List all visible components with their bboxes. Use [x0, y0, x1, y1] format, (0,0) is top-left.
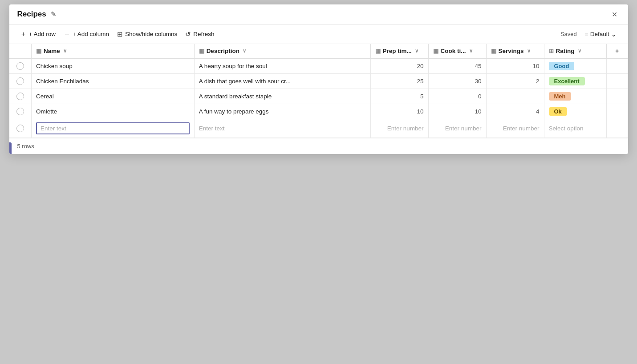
recipes-table: ▦ Name ∨ ▦ Description ∨	[9, 44, 628, 138]
cell-extra	[606, 58, 628, 74]
table-row: Omlette A fun way to prepare eggs 10 10 …	[9, 104, 628, 119]
cell-servings: 10	[486, 58, 544, 74]
cell-cook-time: 10	[428, 104, 486, 119]
row-checkbox-cell	[9, 104, 32, 119]
col-label-servings: Servings	[499, 48, 524, 54]
sort-icon-description: ∨	[243, 48, 246, 54]
cell-rating: Ok	[544, 104, 606, 119]
cell-name: Chicken Enchiladas	[32, 74, 195, 89]
rows-count: 5 rows	[17, 143, 34, 150]
new-row-servings-cell: Enter number	[486, 119, 544, 138]
col-description[interactable]: ▦ Description ∨	[194, 44, 370, 58]
cell-prep-time: 25	[370, 74, 428, 89]
show-hide-label: Show/hide columns	[125, 31, 177, 37]
cell-cook-time: 30	[428, 74, 486, 89]
default-view-button[interactable]: ≡ Default ⌄	[581, 29, 620, 39]
cell-servings	[486, 89, 544, 104]
add-column-header[interactable]: +	[606, 44, 628, 58]
new-row-servings-placeholder: Enter number	[503, 125, 540, 132]
new-row-rating-cell: Select option	[544, 119, 606, 138]
refresh-button[interactable]: ↺ Refresh	[183, 28, 219, 40]
saved-label: Saved	[560, 31, 577, 37]
cell-servings: 4	[486, 104, 544, 119]
col-label-rating: Rating	[556, 48, 575, 54]
table-row: Cereal A standard breakfast staple 5 0 M…	[9, 89, 628, 104]
cell-extra	[606, 89, 628, 104]
add-row-label: + Add row	[29, 31, 56, 37]
col-icon-cook: ▦	[433, 48, 438, 54]
row-checkbox[interactable]	[16, 62, 24, 70]
cell-prep-time: 10	[370, 104, 428, 119]
new-row-prep-cell: Enter number	[370, 119, 428, 138]
cell-name: Cereal	[32, 89, 195, 104]
rating-badge: Good	[549, 62, 575, 70]
show-hide-button[interactable]: ⊞ Show/hide columns	[114, 28, 183, 40]
new-row-checkbox[interactable]	[16, 125, 24, 132]
cell-name: Chicken soup	[32, 58, 195, 74]
col-rating[interactable]: ⊞ Rating ∨	[544, 44, 606, 58]
rating-badge: Excellent	[549, 77, 585, 85]
cell-prep-time: 5	[370, 89, 428, 104]
col-name[interactable]: ▦ Name ∨	[32, 44, 195, 58]
close-button[interactable]: ×	[609, 9, 620, 20]
row-checkbox-cell	[9, 58, 32, 74]
cell-extra	[606, 74, 628, 89]
row-checkbox-cell	[9, 89, 32, 104]
col-icon-desc: ▦	[199, 48, 204, 54]
modal-header: Recipes ✎ ×	[9, 4, 628, 24]
cell-description: A hearty soup for the soul	[194, 58, 370, 74]
plus-icon2: ＋	[64, 30, 70, 38]
rating-badge: Ok	[549, 107, 567, 116]
add-row-button[interactable]: ＋ + Add row	[17, 28, 61, 40]
edit-icon[interactable]: ✎	[51, 10, 57, 18]
col-prep-time[interactable]: ▦ Prep tim... ∨	[370, 44, 428, 58]
new-row-rating-placeholder[interactable]: Select option	[549, 125, 584, 132]
new-row-extra	[606, 119, 628, 138]
row-checkbox[interactable]	[16, 93, 24, 100]
chevron-down-icon: ⌄	[611, 31, 617, 38]
cell-prep-time: 20	[370, 58, 428, 74]
table-wrapper: ▦ Name ∨ ▦ Description ∨	[9, 44, 628, 138]
sort-icon-servings: ∨	[527, 48, 531, 54]
grid-icon: ⊞	[117, 30, 123, 38]
toolbar: ＋ + Add row ＋ + Add column ⊞ Show/hide c…	[9, 24, 628, 44]
row-checkbox[interactable]	[16, 77, 24, 85]
plus-icon: ＋	[20, 30, 27, 38]
new-row-cook-cell: Enter number	[428, 119, 486, 138]
cell-cook-time: 0	[428, 89, 486, 104]
col-label-cook: Cook ti...	[441, 48, 466, 54]
new-row-name-input[interactable]	[36, 122, 190, 134]
new-row: Enter text Enter number Enter number Ent…	[9, 119, 628, 138]
row-checkbox[interactable]	[16, 108, 24, 115]
add-col-icon: +	[615, 48, 619, 54]
col-label-description: Description	[207, 48, 239, 54]
new-row-name-cell[interactable]	[32, 119, 195, 138]
sort-icon-name: ∨	[63, 48, 67, 54]
table-row: Chicken Enchiladas A dish that goes well…	[9, 74, 628, 89]
toolbar-right: Saved ≡ Default ⌄	[560, 29, 620, 39]
refresh-label: Refresh	[193, 31, 214, 37]
new-row-prep-placeholder: Enter number	[387, 125, 424, 132]
default-label: Default	[590, 31, 609, 37]
recipes-modal: Recipes ✎ × ＋ + Add row ＋ + Add column ⊞…	[9, 4, 628, 154]
new-row-description-placeholder[interactable]: Enter text	[199, 125, 225, 132]
modal-title: Recipes	[17, 10, 46, 19]
sort-icon-cook: ∨	[469, 48, 473, 54]
row-checkbox-cell	[9, 74, 32, 89]
col-cook-time[interactable]: ▦ Cook ti... ∨	[428, 44, 486, 58]
col-servings[interactable]: ▦ Servings ∨	[486, 44, 544, 58]
add-column-label: + Add column	[73, 31, 109, 37]
col-label-name: Name	[44, 48, 60, 54]
add-column-button[interactable]: ＋ + Add column	[61, 28, 114, 40]
table-row: Chicken soup A hearty soup for the soul …	[9, 58, 628, 74]
cell-name: Omlette	[32, 104, 195, 119]
col-icon-servings: ▦	[491, 48, 496, 54]
table-header-row: ▦ Name ∨ ▦ Description ∨	[9, 44, 628, 58]
cell-rating: Excellent	[544, 74, 606, 89]
col-icon-name: ▦	[36, 48, 41, 54]
checkbox-header	[9, 44, 32, 58]
cell-servings: 2	[486, 74, 544, 89]
col-label-prep: Prep tim...	[383, 48, 412, 54]
refresh-icon: ↺	[185, 30, 191, 38]
new-row-description-cell: Enter text	[194, 119, 370, 138]
